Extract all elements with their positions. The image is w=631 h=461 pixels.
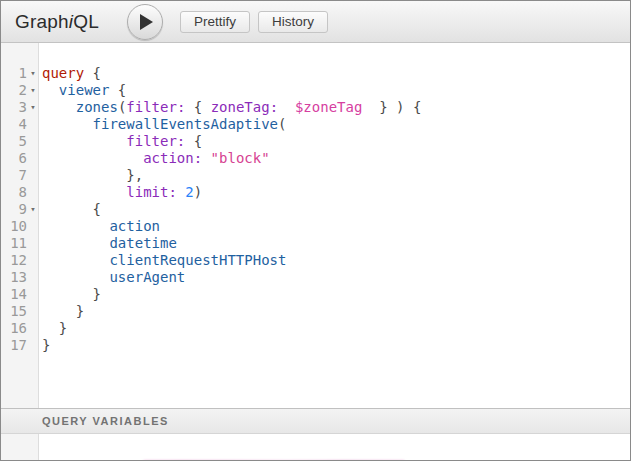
code-text: {"zoneTag":""} (39, 458, 422, 460)
token (42, 286, 93, 302)
code-text: userAgent (39, 269, 185, 286)
token: " (135, 458, 143, 460)
token: action (109, 218, 160, 234)
code-line[interactable]: 14 } (1, 286, 630, 303)
query-variables-title: QUERY VARIABLES (42, 415, 169, 427)
code-line[interactable]: 4 firewallEventsAdaptive( (1, 116, 630, 133)
code-text: firewallEventsAdaptive( (39, 116, 286, 133)
token (42, 99, 76, 115)
token: ( (278, 116, 286, 132)
fold-arrow-icon[interactable]: ▾ (27, 201, 39, 218)
toolbar: GraphiQL Prettify History (1, 1, 630, 43)
code-line[interactable]: 1▾query { (1, 65, 630, 82)
token (42, 116, 93, 132)
token: } (414, 458, 422, 460)
token: { (413, 99, 421, 115)
line-number: 1 (1, 458, 27, 460)
token (42, 133, 126, 149)
token: $zoneTag (295, 99, 362, 115)
line-number: 5 (1, 133, 27, 150)
token: : (126, 458, 134, 460)
token (42, 167, 126, 183)
fold-gutter-spacer (27, 337, 39, 354)
line-number: 13 (1, 269, 27, 286)
code-line[interactable]: 13 userAgent (1, 269, 630, 286)
code-line[interactable]: 5 filter: { (1, 133, 630, 150)
prettify-button[interactable]: Prettify (180, 11, 250, 33)
token: "block" (211, 150, 270, 166)
token (202, 150, 210, 166)
token (185, 133, 193, 149)
code-text: query { (39, 65, 101, 82)
code-line[interactable]: 8 limit: 2) (1, 184, 630, 201)
graphiql-window: GraphiQL Prettify History 1▾query {2▾ vi… (0, 0, 631, 461)
logo-text: Graph (15, 11, 69, 32)
fold-gutter-spacer (27, 458, 39, 460)
token: clientRequestHTTPHost (109, 252, 286, 268)
code-text: } (39, 320, 67, 337)
code-line[interactable]: 16 } (1, 320, 630, 337)
token: { (194, 99, 202, 115)
token (42, 235, 109, 251)
token: viewer (59, 82, 110, 98)
line-number-gutter (1, 434, 39, 460)
graphiql-logo: GraphiQL (15, 11, 99, 33)
line-number: 3 (1, 99, 27, 116)
line-number: 15 (1, 303, 27, 320)
fold-arrow-icon[interactable]: ▾ (27, 65, 39, 82)
code-line[interactable]: 10 action (1, 218, 630, 235)
line-number: 16 (1, 320, 27, 337)
token (42, 320, 59, 336)
execute-button[interactable] (127, 4, 163, 40)
fold-gutter-spacer (27, 320, 39, 337)
token (42, 184, 126, 200)
token: }, (126, 167, 143, 183)
line-number: 6 (1, 150, 27, 167)
query-editor[interactable]: 1▾query {2▾ viewer {3▾ zones(filter: { z… (1, 43, 630, 408)
line-number: 7 (1, 167, 27, 184)
fold-gutter-spacer (27, 218, 39, 235)
code-line[interactable]: 3▾ zones(filter: { zoneTag: $zoneTag } )… (1, 99, 630, 116)
fold-gutter-spacer (27, 133, 39, 150)
code-line[interactable]: 6 action: "block" (1, 150, 630, 167)
token: action: (143, 150, 202, 166)
line-number: 9 (1, 201, 27, 218)
code-text: }, (39, 167, 143, 184)
code-line[interactable]: 11 datetime (1, 235, 630, 252)
token (42, 252, 109, 268)
code-text: { (39, 201, 101, 218)
history-button[interactable]: History (258, 11, 328, 33)
code-text: } (39, 303, 84, 320)
code-line[interactable]: 12 clientRequestHTTPHost (1, 252, 630, 269)
line-number: 17 (1, 337, 27, 354)
fold-arrow-icon[interactable]: ▾ (27, 82, 39, 99)
query-variables-header[interactable]: QUERY VARIABLES (1, 408, 630, 434)
code-line[interactable]: 7 }, (1, 167, 630, 184)
line-number: 1 (1, 65, 27, 82)
line-number: 11 (1, 235, 27, 252)
token (42, 82, 59, 98)
token: { (84, 65, 101, 81)
fold-arrow-icon[interactable]: ▾ (27, 99, 39, 116)
token (42, 150, 143, 166)
token (362, 99, 379, 115)
token (388, 99, 396, 115)
code-line[interactable]: 9▾ { (1, 201, 630, 218)
token: zoneTag: (211, 99, 278, 115)
code-text: } (39, 337, 50, 354)
token: } (42, 337, 50, 353)
token: userAgent (109, 269, 185, 285)
code-line[interactable]: 15 } (1, 303, 630, 320)
token: { (109, 82, 126, 98)
fold-gutter-spacer (27, 286, 39, 303)
code-line[interactable]: 17} (1, 337, 630, 354)
code-line[interactable]: 1{"zoneTag":""} (1, 458, 630, 460)
variables-editor[interactable]: 1{"zoneTag":""} (1, 434, 630, 460)
fold-gutter-spacer (27, 252, 39, 269)
code-line[interactable]: 2▾ viewer { (1, 82, 630, 99)
token (42, 201, 93, 217)
fold-gutter-spacer (27, 116, 39, 133)
code-text: } (39, 286, 101, 303)
fold-gutter-spacer (27, 269, 39, 286)
token (42, 218, 109, 234)
